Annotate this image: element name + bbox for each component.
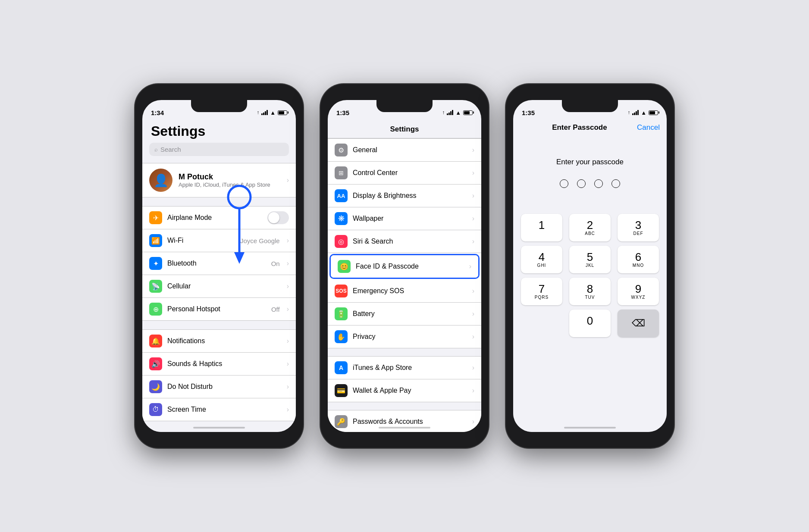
list-item[interactable]: SOS Emergency SOS ›: [328, 280, 481, 303]
search-icon: ⌕: [154, 146, 158, 153]
wallet-icon: 💳: [335, 384, 348, 397]
chevron-icon: ›: [472, 169, 474, 177]
item-label: Notifications: [167, 337, 282, 345]
phone-3: 1:35 ↑ ▲ Ente: [506, 84, 674, 448]
passcode-dot-3: [594, 179, 603, 188]
passcode-dot-2: [577, 179, 586, 188]
hotspot-icon: ⊕: [149, 303, 162, 316]
privacy-icon: ✋: [335, 330, 348, 343]
itunes-icon: A: [335, 361, 348, 374]
list-item[interactable]: 🌙 Do Not Disturb ›: [142, 376, 296, 398]
item-label: Wallpaper: [353, 215, 467, 222]
avatar: 👤: [149, 169, 172, 192]
list-item[interactable]: ❋ Wallpaper ›: [328, 207, 481, 230]
chevron-icon: ›: [287, 237, 289, 244]
chevron-icon: ›: [287, 383, 289, 391]
settings-scroll-2[interactable]: ⚙ General › ⊞ Control Center › AA Displa…: [328, 138, 481, 432]
cancel-button[interactable]: Cancel: [637, 123, 660, 132]
phone-1: 1:34 ↑ ▲ Set: [135, 84, 303, 448]
wifi-icon-3: ▲: [641, 110, 646, 116]
list-item[interactable]: ⊞ Control Center ›: [328, 162, 481, 185]
numpad-key-1[interactable]: 1: [521, 214, 562, 241]
airplane-toggle[interactable]: [267, 211, 289, 224]
list-item[interactable]: 🔋 Battery ›: [328, 303, 481, 325]
bluetooth-value: On: [271, 260, 280, 267]
list-item[interactable]: ⚙ General ›: [328, 139, 481, 162]
chevron-icon: ›: [469, 263, 471, 270]
numpad-key-3[interactable]: 3 DEF: [618, 214, 659, 241]
time-3: 1:35: [522, 109, 535, 116]
item-label: Siri & Search: [353, 238, 467, 245]
sos-icon: SOS: [335, 285, 348, 297]
list-item[interactable]: 💳 Wallet & Apple Pay ›: [328, 379, 481, 402]
chevron-icon: ›: [472, 146, 474, 154]
numpad-key-5[interactable]: 5 JKL: [569, 246, 611, 273]
location-icon-2: ↑: [442, 110, 445, 116]
profile-row[interactable]: 👤 M Potuck Apple ID, iCloud, iTunes & Ap…: [142, 163, 296, 197]
list-item[interactable]: ✦ Bluetooth On ›: [142, 252, 296, 275]
chevron-icon: ›: [287, 360, 289, 368]
passcode-dots: [513, 179, 667, 188]
list-item[interactable]: AA Display & Brightness ›: [328, 185, 481, 207]
numpad-key-0[interactable]: 0: [569, 310, 611, 337]
screen-time-icon: ⏱: [149, 403, 162, 416]
screen-3: 1:35 ↑ ▲ Ente: [513, 100, 667, 432]
signal-bars: [261, 110, 268, 115]
chevron-icon: ›: [472, 418, 474, 426]
passcode-nav: Enter Passcode Cancel: [513, 119, 667, 136]
numpad-key-4[interactable]: 4 GHI: [521, 246, 562, 273]
home-indicator-1: [193, 427, 245, 429]
settings-group-2: 🔔 Notifications › 🔊 Sounds & Haptics › 🌙…: [142, 329, 296, 421]
numpad-key-8[interactable]: 8 TUV: [569, 278, 611, 305]
search-placeholder: Search: [160, 146, 181, 153]
face-id-highlighted-row[interactable]: 😊 Face ID & Passcode ›: [329, 254, 480, 279]
profile-name: M Potuck: [179, 172, 270, 182]
list-item-face-id[interactable]: 😊 Face ID & Passcode ›: [331, 255, 478, 278]
phone-2: 1:35 ↑ ▲ Settings: [320, 84, 489, 448]
list-item[interactable]: ✈ Airplane Mode: [142, 207, 296, 229]
screen-2: 1:35 ↑ ▲ Settings: [328, 100, 481, 432]
list-item[interactable]: ◎ Siri & Search ›: [328, 230, 481, 253]
notch-2: [376, 100, 433, 112]
status-icons-3: ↑ ▲: [627, 110, 658, 116]
numpad-key-7[interactable]: 7 PQRS: [521, 278, 562, 305]
list-item[interactable]: ⊕ Personal Hotspot Off ›: [142, 298, 296, 320]
profile-info: M Potuck Apple ID, iCloud, iTunes & App …: [179, 172, 270, 188]
passcode-title: Enter Passcode: [552, 123, 607, 132]
item-label: Airplane Mode: [167, 214, 262, 222]
numpad: 1 2 ABC 3 DEF: [517, 214, 662, 432]
list-item[interactable]: ✋ Privacy ›: [328, 325, 481, 348]
search-bar-1[interactable]: ⌕ Search: [149, 143, 289, 156]
battery-icon: [278, 110, 287, 115]
status-icons-1: ↑ ▲: [257, 110, 287, 116]
chevron-icon: ›: [472, 215, 474, 222]
numpad-key-2[interactable]: 2 ABC: [569, 214, 611, 241]
list-item[interactable]: 🔊 Sounds & Haptics ›: [142, 353, 296, 376]
item-label: Personal Hotspot: [167, 305, 266, 313]
home-indicator-3: [564, 427, 616, 429]
passwords-icon: 🔑: [335, 415, 348, 428]
list-item[interactable]: ⏱ Screen Time ›: [142, 398, 296, 421]
item-label: Screen Time: [167, 406, 282, 413]
numpad-key-6[interactable]: 6 MNO: [618, 246, 659, 273]
chevron-icon: ›: [472, 364, 474, 372]
chevron-icon: ›: [287, 337, 289, 345]
list-item[interactable]: 🔔 Notifications ›: [142, 330, 296, 353]
wifi-icon-2: ▲: [455, 110, 461, 116]
item-label: Display & Brightness: [353, 192, 467, 200]
list-item[interactable]: 📶 Wi-Fi Joyce Google ›: [142, 229, 296, 252]
settings-scroll-1[interactable]: Settings ⌕ Search 👤 M Potuck Apple ID, i…: [142, 119, 296, 432]
list-item[interactable]: 🔑 Passwords & Accounts ›: [328, 410, 481, 432]
numpad-key-9[interactable]: 9 WXYZ: [618, 278, 659, 305]
chevron-icon: ›: [287, 305, 289, 313]
hotspot-value: Off: [271, 306, 280, 313]
location-icon: ↑: [257, 110, 259, 116]
chevron-icon: ›: [472, 238, 474, 245]
status-icons-2: ↑ ▲: [442, 110, 473, 116]
time-1: 1:34: [151, 109, 164, 116]
control-center-icon: ⊞: [335, 166, 348, 179]
list-item[interactable]: 📡 Cellular ›: [142, 275, 296, 298]
list-item[interactable]: A iTunes & App Store ›: [328, 357, 481, 379]
numpad-key-delete[interactable]: ⌫: [618, 310, 659, 337]
time-2: 1:35: [336, 109, 349, 116]
